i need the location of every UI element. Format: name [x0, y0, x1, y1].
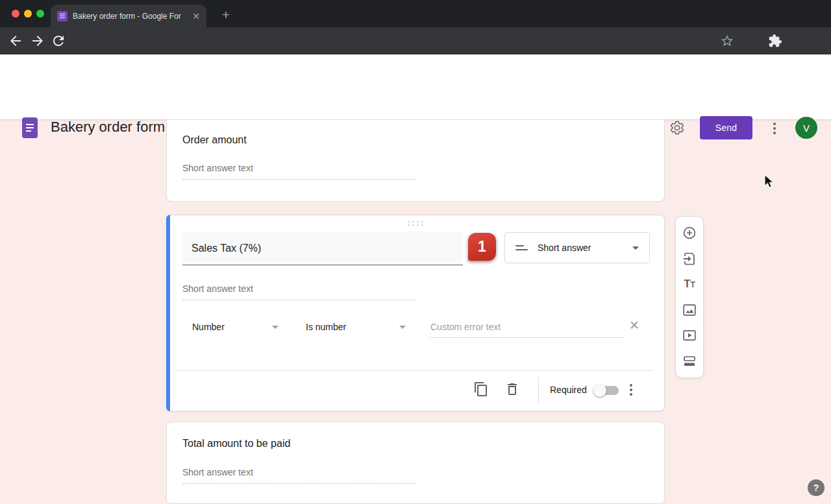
question-type-label: Short answer — [538, 243, 632, 253]
zoom-window-button[interactable] — [36, 10, 44, 18]
close-window-button[interactable] — [12, 10, 19, 18]
validation-condition-dropdown[interactable]: Is number — [306, 322, 346, 332]
custom-error-text-input[interactable] — [429, 317, 624, 338]
help-button[interactable]: ? — [808, 479, 825, 496]
reload-button[interactable] — [51, 33, 66, 49]
footer-divider-vertical — [538, 377, 539, 403]
selection-indicator — [166, 215, 170, 411]
add-section-icon[interactable] — [682, 354, 697, 369]
form-title[interactable]: Bakery order form — [51, 119, 165, 136]
forms-more-menu-icon[interactable] — [773, 123, 776, 125]
add-title-icon[interactable]: TT — [682, 276, 697, 292]
card-footer-divider — [177, 370, 654, 371]
chevron-down-icon — [272, 326, 279, 329]
short-answer-placeholder: Short answer text — [182, 467, 416, 484]
close-tab-icon[interactable]: ✕ — [192, 11, 200, 21]
question-card-total-amount[interactable]: Total amount to be paid Short answer tex… — [166, 422, 665, 504]
forward-button[interactable] — [30, 33, 45, 49]
question-card-order-amount[interactable]: Order amount Short answer text — [166, 120, 665, 202]
new-tab-button[interactable]: + — [217, 6, 235, 24]
account-avatar[interactable]: V — [795, 117, 817, 139]
question-title-input[interactable] — [182, 232, 463, 265]
chevron-down-icon — [399, 326, 406, 329]
question-title[interactable]: Total amount to be paid — [182, 438, 290, 450]
send-button[interactable]: Send — [700, 116, 752, 139]
chevron-down-icon — [632, 246, 639, 250]
browser-toolbar: docs.google.com/forms/d/11OiScXtad-2Q9Lc… — [0, 27, 831, 54]
question-type-dropdown[interactable]: Short answer — [504, 232, 650, 263]
browser-tab-title: Bakery order form - Google For — [73, 12, 188, 21]
back-button[interactable] — [8, 33, 23, 49]
required-label: Required — [550, 385, 587, 395]
question-title[interactable]: Order amount — [182, 134, 247, 146]
delete-trash-icon[interactable] — [504, 381, 520, 397]
add-question-icon[interactable] — [682, 225, 697, 241]
forms-favicon — [57, 11, 68, 21]
google-forms-editor: Bakery order form - Google For ✕ + docs.… — [0, 0, 831, 504]
validation-type-dropdown[interactable]: Number — [192, 322, 225, 332]
minimize-window-button[interactable] — [24, 10, 32, 18]
import-questions-icon[interactable] — [682, 251, 697, 267]
drag-handle[interactable] — [408, 221, 423, 226]
duplicate-icon[interactable] — [473, 381, 489, 397]
annotation-badge-1: 1 — [468, 233, 496, 261]
add-video-icon[interactable] — [682, 328, 697, 343]
question-more-menu-icon[interactable] — [630, 384, 632, 387]
required-toggle[interactable] — [595, 386, 619, 395]
bookmark-star-icon[interactable] — [720, 34, 734, 48]
short-answer-placeholder: Short answer text — [182, 163, 416, 180]
browser-tab-strip: Bakery order form - Google For ✕ + — [0, 0, 831, 27]
mouse-cursor — [762, 174, 775, 191]
question-toolbar: TT — [675, 216, 704, 378]
forms-header: Bakery order form All changes saved in D… — [0, 54, 831, 120]
short-answer-placeholder: Short answer text — [182, 283, 416, 300]
question-card-sales-tax[interactable]: 1 Short answer Short answer text Number … — [166, 215, 665, 411]
settings-gear-icon[interactable] — [669, 120, 685, 136]
add-image-icon[interactable] — [682, 302, 697, 318]
browser-tab[interactable]: Bakery order form - Google For ✕ — [51, 5, 206, 27]
remove-validation-icon[interactable]: ✕ — [628, 319, 641, 332]
forms-app-icon[interactable] — [22, 117, 38, 138]
short-answer-icon — [515, 245, 528, 250]
extensions-puzzle-icon[interactable] — [768, 34, 782, 48]
